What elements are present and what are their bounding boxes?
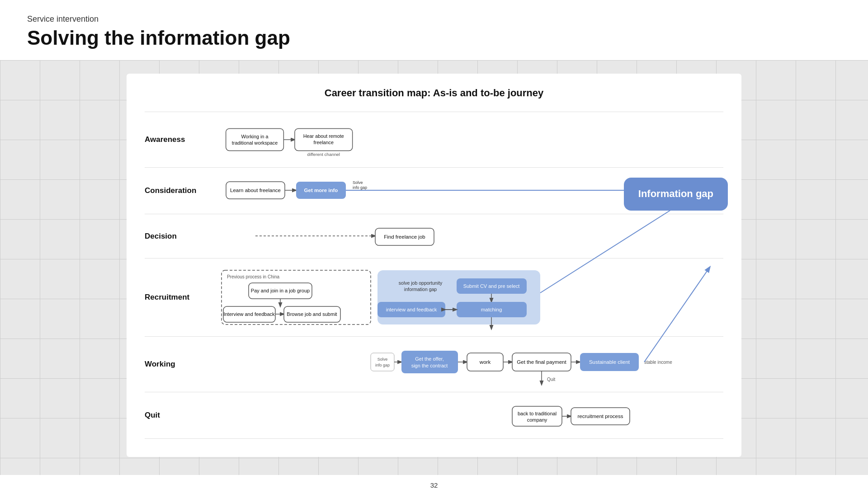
page-header: Service intervention Solving the informa… (0, 0, 868, 60)
row-quit: Quit back to traditional company recruit… (145, 392, 723, 439)
svg-text:interview and feedback: interview and feedback (386, 307, 437, 312)
svg-text:Get the offer,: Get the offer, (415, 356, 443, 362)
svg-text:Browse job and submit: Browse job and submit (287, 311, 337, 317)
grid-background: Career transition map: As-is and to-be j… (0, 60, 868, 475)
svg-text:stable income: stable income (644, 360, 672, 365)
svg-text:Sustainable client: Sustainable client (589, 359, 630, 365)
page-footer: 32 (0, 475, 868, 489)
svg-text:Learn about freelance: Learn about freelance (230, 188, 281, 193)
svg-text:info gap: info gap (375, 363, 390, 367)
svg-text:traditional workspace: traditional workspace (232, 140, 278, 146)
svg-text:Quit: Quit (547, 377, 556, 382)
row-label-working: Working (145, 360, 217, 369)
svg-text:work: work (479, 359, 491, 365)
svg-text:information gap: information gap (404, 287, 437, 292)
svg-text:Submit CV and pre select: Submit CV and pre select (463, 283, 520, 289)
svg-text:Working in a: Working in a (241, 134, 269, 139)
svg-text:Solve: Solve (353, 180, 363, 185)
svg-text:Pay and join in a job group: Pay and join in a job group (251, 288, 310, 293)
recruitment-content: Previous process in China Pay and join i… (217, 266, 732, 329)
svg-text:Previous process in China: Previous process in China (227, 274, 280, 279)
row-awareness: Awareness Working in a traditional works… (145, 112, 723, 167)
svg-text:freelance: freelance (314, 140, 334, 145)
svg-text:Get the final payment: Get the final payment (517, 359, 566, 365)
row-label-awareness: Awareness (145, 135, 217, 144)
row-label-recruitment: Recruitment (145, 293, 217, 302)
svg-text:Interview and feedback: Interview and feedback (223, 311, 275, 317)
svg-text:Get more info: Get more info (304, 188, 338, 193)
svg-rect-47 (401, 351, 458, 373)
main-title: Solving the information gap (27, 27, 841, 49)
decision-content: Find freelance job (217, 221, 732, 251)
svg-rect-43 (371, 353, 394, 371)
row-label-quit: Quit (145, 411, 217, 420)
svg-rect-63 (512, 406, 562, 426)
diagram-container: Career transition map: As-is and to-be j… (127, 74, 741, 457)
awareness-content: Working in a traditional workspace Hear … (217, 119, 723, 160)
svg-text:back to traditional: back to traditional (518, 411, 557, 416)
svg-text:recruitment process: recruitment process (578, 414, 623, 419)
svg-text:Find freelance job: Find freelance job (384, 234, 425, 240)
svg-text:Hear about remote: Hear about remote (303, 133, 344, 139)
svg-rect-0 (226, 128, 284, 150)
svg-text:Solve: Solve (377, 357, 388, 362)
svg-text:different channel: different channel (307, 152, 340, 157)
information-gap-box: Information gap (624, 178, 728, 211)
row-recruitment: Recruitment Previous process in China Pa… (145, 258, 723, 336)
working-content: Solve info gap Get the offer, sign the c… (217, 344, 732, 385)
quit-content: back to traditional company recruitment … (217, 400, 732, 431)
page-number: 32 (430, 481, 438, 489)
svg-text:company: company (527, 417, 547, 423)
row-label-decision: Decision (145, 232, 217, 241)
row-decision: Decision Find freelance job (145, 214, 723, 258)
svg-text:sign the contract: sign the contract (411, 363, 448, 368)
row-label-consideration: Consideration (145, 186, 217, 195)
information-gap-label: Information gap (638, 188, 713, 199)
diagram-title: Career transition map: As-is and to-be j… (145, 87, 723, 99)
subtitle: Service intervention (27, 14, 841, 24)
row-working: Working Solve info gap Get the offer, si… (145, 336, 723, 392)
svg-rect-4 (295, 128, 353, 150)
svg-text:info gap: info gap (353, 185, 367, 190)
svg-text:matching: matching (481, 307, 502, 312)
svg-text:solve job opportunity: solve job opportunity (399, 280, 443, 286)
diagram-body: Awareness Working in a traditional works… (145, 112, 723, 439)
